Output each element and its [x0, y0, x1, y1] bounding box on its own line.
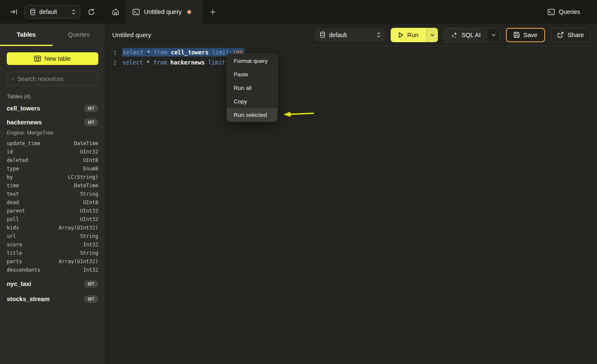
search-icon [11, 76, 14, 82]
sql-ai-options-button[interactable] [487, 28, 500, 42]
database-icon [320, 32, 325, 38]
home-button[interactable] [105, 0, 126, 24]
chevron-down-icon [492, 34, 496, 36]
menu-item-paste[interactable]: Paste [227, 67, 277, 81]
table-name: hackernews [7, 119, 42, 126]
save-button[interactable]: Save [506, 28, 545, 42]
search-box[interactable] [7, 72, 98, 86]
unsaved-changes-dot [187, 10, 191, 14]
query-title: Untitled query [112, 31, 151, 38]
table-row-stocks_stream[interactable]: stocks_streamMT [7, 294, 98, 305]
tab-untitled-query[interactable]: Untitled query [126, 0, 203, 24]
column-type: DateTime [74, 140, 98, 146]
sql-ai-label: SQL AI [462, 32, 481, 38]
table-name: nyc_taxi [7, 280, 31, 287]
chevron-down-icon [430, 34, 435, 36]
run-options-button[interactable] [426, 28, 438, 42]
sidebar: Tables Queries New table Tables (4) cell… [0, 24, 105, 364]
menu-item-format-query[interactable]: Format query [227, 54, 277, 67]
table-grid-icon [34, 56, 41, 62]
column-name: type [7, 166, 19, 172]
column-name: descendants [7, 267, 40, 273]
database-icon [30, 9, 35, 15]
sidebar-tab-queries[interactable]: Queries [53, 24, 105, 46]
column-row-by: byLC(String) [7, 173, 98, 181]
column-name: title [7, 250, 22, 256]
column-type: Int32 [83, 242, 98, 248]
engine-badge: MT [84, 119, 98, 126]
column-type: UInt32 [80, 149, 98, 155]
editor-context-menu: Format queryPasteRun allCopyRun selected [227, 54, 278, 122]
run-button[interactable]: Run [391, 28, 426, 42]
sparkles-icon [451, 32, 458, 38]
table-name: cell_towers [7, 105, 40, 112]
collapse-sidebar-button[interactable] [8, 6, 19, 18]
column-name: parent [7, 208, 25, 214]
column-row-type: typeEnum8 [7, 164, 98, 173]
code-lines: 1select·*·from·cell_towers·limit·1002sel… [105, 47, 597, 67]
search-input[interactable] [17, 75, 94, 82]
column-row-parent: parentUInt32 [7, 207, 98, 215]
chevron-updown-icon [72, 9, 76, 15]
sql-ai-split-button: SQL AI [444, 28, 500, 42]
code-text: select * from hackernews limit 100 [122, 59, 239, 66]
home-icon [112, 8, 119, 16]
new-table-button[interactable]: New table [7, 52, 98, 65]
column-name: url [7, 233, 16, 239]
column-name: id [7, 149, 13, 155]
save-label: Save [523, 32, 537, 38]
table-row-nyc_taxi[interactable]: nyc_taxiMT [7, 278, 98, 289]
play-icon [398, 32, 403, 38]
terminal-icon [548, 9, 555, 15]
engine-badge: MT [84, 280, 98, 288]
column-type: UInt8 [83, 200, 98, 205]
query-database-selector[interactable]: default [315, 28, 385, 42]
queries-button[interactable]: Queries [548, 8, 580, 15]
column-row-url: urlString [7, 232, 98, 240]
refresh-button[interactable] [85, 6, 97, 18]
share-button[interactable]: Share [551, 28, 590, 42]
column-name: poll [7, 216, 19, 222]
line-number: 1 [105, 49, 116, 56]
column-row-poll: pollUInt32 [7, 215, 98, 224]
column-type: Array(UInt32) [59, 225, 98, 231]
code-line-1: 1select·*·from·cell_towers·limit·100 [105, 47, 597, 57]
column-row-descendants: descendantsInt32 [7, 266, 98, 274]
sidebar-tab-tables[interactable]: Tables [0, 24, 53, 46]
database-selector-value: default [39, 8, 68, 15]
column-name: kids [7, 225, 19, 231]
tables-section-label: Tables (4) [7, 93, 98, 100]
column-row-parts: partsArray(UInt32) [7, 257, 98, 266]
sql-editor[interactable]: 1select·*·from·cell_towers·limit·1002sel… [105, 46, 597, 364]
menu-item-run-selected[interactable]: Run selected [227, 108, 277, 121]
line-number: 2 [105, 59, 116, 66]
column-type: String [80, 233, 98, 239]
columns-list: update_timeDateTimeidUInt32deletedUInt8t… [7, 139, 98, 274]
run-split-button: Run [391, 28, 438, 42]
menu-item-run-all[interactable]: Run all [227, 81, 277, 94]
sidebar-tabs: Tables Queries [0, 24, 105, 46]
column-name: text [7, 191, 19, 197]
sql-ai-button[interactable]: SQL AI [444, 28, 487, 42]
new-tab-button[interactable] [203, 0, 222, 24]
column-name: score [7, 242, 22, 248]
database-selector[interactable]: default [24, 5, 80, 19]
column-row-deleted: deletedUInt8 [7, 156, 98, 164]
engine-badge: MT [84, 105, 98, 112]
share-icon [557, 32, 564, 38]
table-row-hackernews[interactable]: hackernewsMT [7, 117, 98, 128]
queries-label: Queries [559, 8, 580, 15]
menu-item-copy[interactable]: Copy [227, 94, 277, 108]
collapse-sidebar-icon [10, 9, 17, 15]
column-type: Int32 [83, 267, 98, 273]
table-row-cell_towers[interactable]: cell_towersMT [7, 103, 98, 114]
refresh-icon [88, 8, 95, 16]
query-database-value: default [329, 32, 373, 38]
column-type: Enum8 [83, 166, 98, 172]
run-label: Run [407, 32, 419, 38]
toolbar-controls: default Run [315, 28, 590, 42]
top-bar: default Untitled query [0, 0, 597, 24]
tab-label: Untitled query [144, 8, 181, 15]
top-bar-left: default [0, 0, 105, 24]
column-row-dead: deadUInt8 [7, 198, 98, 207]
